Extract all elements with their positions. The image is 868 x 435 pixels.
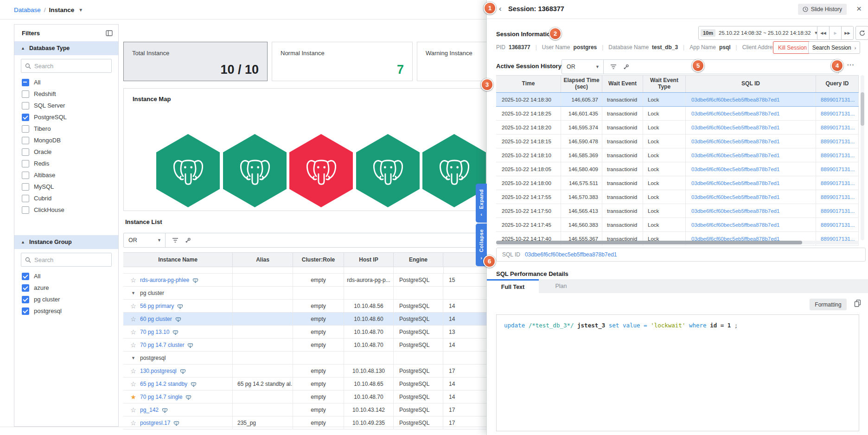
checkbox[interactable] [22,148,29,156]
checkbox[interactable] [22,125,29,133]
checkbox[interactable] [22,183,29,191]
ash-row[interactable]: 2025-10-22 14:18:05 146,580.409 transact… [496,162,859,176]
ash-row[interactable]: 2025-10-22 14:18:00 146,575.511 transact… [496,176,859,190]
more-options-icon[interactable]: ··· [847,61,855,68]
scrollbar-thumb[interactable] [496,241,802,244]
instance-name-link[interactable]: postgresl.17 [140,420,170,426]
kill-session-button[interactable]: Kill Session [773,41,812,54]
query-id-link[interactable]: 8899017131... [816,121,859,134]
checkbox[interactable] [22,79,29,86]
instance-name-link[interactable]: 56 pg primary [140,303,174,309]
star-icon[interactable]: ☆ [130,315,137,323]
breadcrumb-database[interactable]: Database [14,6,41,13]
sql-id-value-link[interactable]: 03dbe6f6cf60bec5eb5ffbea878b7ed1 [525,251,617,258]
expand-tab[interactable]: Expand ‹ [476,184,487,223]
normal-instance-card[interactable]: Normal Instance 7 [272,42,413,81]
instance-name-link[interactable]: 60 pg cluster [140,316,172,322]
formatting-button[interactable]: Formatting [810,299,847,310]
star-icon[interactable]: ☆ [130,380,137,388]
checkbox[interactable] [22,296,29,303]
star-icon[interactable]: ☆ [130,367,137,375]
instance-name-link[interactable]: pg_142 [140,407,159,413]
instance-group-search[interactable]: Search [21,253,112,267]
instance-name-link[interactable]: 70 pg 14.7 single [140,394,182,400]
checkbox[interactable] [22,172,29,179]
instance-name-link[interactable]: postgresql [140,355,166,361]
query-id-link[interactable]: 8899017131... [816,218,859,231]
instance-name-link[interactable]: rds-aurora-pg-phlee [140,277,189,283]
checkbox[interactable] [22,114,29,121]
sql-id-link[interactable]: 03dbe6f6cf60bec5eb5ffbea878b7ed1 [686,93,816,106]
query-id-link[interactable]: 8899017131... [816,107,859,120]
database-type-option[interactable]: Oracle [14,146,118,158]
sql-id-link[interactable]: 03dbe6f6cf60bec5eb5ffbea878b7ed1 [686,107,816,120]
step-backward-button[interactable]: ◀◀ [817,26,830,39]
step-forward-button[interactable]: ▶▶ [842,26,853,39]
star-icon[interactable]: ☆ [130,419,137,427]
query-id-link[interactable]: 8899017131... [816,93,859,106]
database-type-option[interactable]: PostgreSQL [14,111,118,123]
sql-id-link[interactable]: 03dbe6f6cf60bec5eb5ffbea878b7ed1 [686,204,816,218]
col-wait-event-type[interactable]: Wait Event Type [643,76,686,92]
instance-group-option[interactable]: pg cluster [14,294,118,305]
checkbox[interactable] [22,160,29,167]
checkbox[interactable] [22,195,29,202]
database-type-option[interactable]: Redis [14,158,118,169]
instance-name-link[interactable]: 70 pg 13.10 [140,329,169,335]
database-type-option[interactable]: Tibero [14,123,118,134]
instance-name-link[interactable]: 130.postgresql [140,368,177,374]
col-wait-event[interactable]: Wait Event [602,76,643,92]
sql-id-link[interactable]: 03dbe6f6cf60bec5eb5ffbea878b7ed1 [686,190,816,204]
ash-row[interactable]: 2025-10-22 14:18:20 146,595.374 transact… [496,121,859,134]
scrollbar-thumb[interactable] [861,92,864,126]
filter-operator-select[interactable]: OR ▼ [562,60,604,74]
instance-name-link[interactable]: 65 pg 14.2 standby [140,381,187,387]
database-type-option[interactable]: MySQL [14,181,118,192]
filter-operator-select[interactable]: OR ▼ [124,233,166,247]
checkbox[interactable] [22,102,29,109]
instance-group-option[interactable]: All [14,270,118,282]
database-type-option[interactable]: Altibase [14,169,118,181]
query-id-link[interactable]: 8899017131... [816,134,859,148]
star-icon[interactable]: ★ [130,393,137,401]
query-id-link[interactable]: 8899017131... [816,190,859,204]
sql-id-link[interactable]: 03dbe6f6cf60bec5eb5ffbea878b7ed1 [686,218,816,231]
database-type-option[interactable]: ClickHouse [14,204,118,216]
database-type-option[interactable]: Redshift [14,88,118,100]
instance-group-option[interactable]: postgresql [14,305,118,317]
sql-id-link[interactable]: 03dbe6f6cf60bec5eb5ffbea878b7ed1 [686,121,816,134]
close-icon[interactable]: × [856,4,862,14]
checkbox[interactable] [22,137,29,144]
col-sql-id[interactable]: SQL ID [686,76,816,92]
ash-row[interactable]: 2025-10-22 14:17:45 146,560.383 transact… [496,218,859,232]
instance-name-link[interactable]: pg cluster [140,290,164,296]
tab-full-text[interactable]: Full Text [487,279,539,293]
ash-row[interactable]: 2025-10-22 14:18:15 146,590.478 transact… [496,134,859,148]
database-type-option[interactable]: All [14,77,118,88]
query-id-link[interactable]: 8899017131... [816,204,859,218]
checkbox[interactable] [22,90,29,98]
ash-row[interactable]: 2025-10-22 14:18:30 146,605.37 transacti… [496,92,859,107]
pin-icon[interactable] [185,237,191,243]
star-icon[interactable]: ☆ [130,276,137,284]
pin-icon[interactable] [623,64,629,70]
col-instance-name[interactable]: Instance Name [123,253,233,267]
checkbox[interactable] [22,273,29,280]
database-type-option[interactable]: Cubrid [14,192,118,204]
database-type-option[interactable]: SQL Server [14,100,118,111]
breadcrumb-instance[interactable]: Instance [49,6,75,13]
ash-row[interactable]: 2025-10-22 14:18:25 146,601.435 transact… [496,107,859,121]
col-host-ip[interactable]: Host IP [344,253,394,267]
total-instance-card[interactable]: Total Instance 10 / 10 [123,42,268,81]
database-type-section-header[interactable]: ▲ Database Type [14,41,118,55]
star-icon[interactable]: ☆ [130,341,137,349]
database-type-search[interactable]: Search [21,59,112,73]
sql-id-link[interactable]: 03dbe6f6cf60bec5eb5ffbea878b7ed1 [686,162,816,176]
checkbox[interactable] [22,284,29,292]
sql-full-text[interactable]: update /*test_db_3*/ jstest_3 set value … [496,314,859,431]
sql-id-link[interactable]: 03dbe6f6cf60bec5eb5ffbea878b7ed1 [686,134,816,148]
database-type-option[interactable]: MongoDB [14,134,118,146]
ash-row[interactable]: 2025-10-22 14:18:10 146,585.369 transact… [496,148,859,162]
tab-plan[interactable]: Plan [539,279,583,293]
checkbox[interactable] [22,307,29,315]
